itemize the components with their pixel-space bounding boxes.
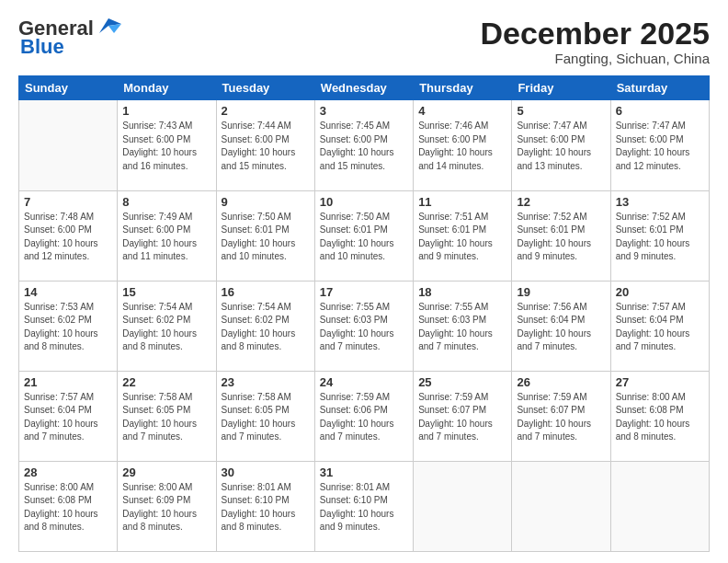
day-number: 15 [122,285,210,299]
day-info: Sunrise: 7:55 AMSunset: 6:03 PMDaylight:… [320,301,408,354]
day-number: 20 [616,285,704,299]
calendar-cell: 1Sunrise: 7:43 AMSunset: 6:00 PMDaylight… [118,100,216,190]
calendar-week-5: 28Sunrise: 8:00 AMSunset: 6:08 PMDayligh… [19,461,710,551]
day-number: 18 [418,285,506,299]
calendar-cell: 23Sunrise: 7:58 AMSunset: 6:05 PMDayligh… [216,371,314,461]
day-info: Sunrise: 7:47 AMSunset: 6:00 PMDaylight:… [517,120,605,173]
day-number: 14 [24,285,112,299]
calendar-cell: 29Sunrise: 8:00 AMSunset: 6:09 PMDayligh… [118,461,216,551]
day-number: 8 [122,195,210,209]
calendar-week-2: 7Sunrise: 7:48 AMSunset: 6:00 PMDaylight… [19,190,710,281]
day-info: Sunrise: 7:59 AMSunset: 6:06 PMDaylight:… [320,391,408,444]
day-number: 2 [222,104,310,118]
day-number: 10 [320,195,408,209]
day-number: 9 [222,195,310,209]
day-info: Sunrise: 7:57 AMSunset: 6:04 PMDaylight:… [616,301,704,354]
day-number: 26 [517,375,605,389]
day-info: Sunrise: 7:56 AMSunset: 6:04 PMDaylight:… [517,301,605,354]
calendar-cell: 10Sunrise: 7:50 AMSunset: 6:01 PMDayligh… [314,190,413,281]
calendar-cell: 2Sunrise: 7:44 AMSunset: 6:00 PMDaylight… [216,100,314,190]
calendar-cell: 26Sunrise: 7:59 AMSunset: 6:07 PMDayligh… [512,371,610,461]
calendar-cell: 19Sunrise: 7:56 AMSunset: 6:04 PMDayligh… [512,281,610,371]
day-number: 7 [24,195,112,209]
calendar-subtitle: Fangting, Sichuan, China [480,51,710,66]
day-info: Sunrise: 7:45 AMSunset: 6:00 PMDaylight:… [320,120,408,173]
day-info: Sunrise: 7:52 AMSunset: 6:01 PMDaylight:… [517,211,605,264]
calendar-cell: 12Sunrise: 7:52 AMSunset: 6:01 PMDayligh… [512,190,610,281]
column-header-monday: Monday [118,76,216,100]
day-number: 4 [418,104,506,118]
day-info: Sunrise: 8:01 AMSunset: 6:10 PMDaylight:… [222,481,310,534]
calendar-cell: 9Sunrise: 7:50 AMSunset: 6:01 PMDaylight… [216,190,314,281]
calendar-cell: 14Sunrise: 7:53 AMSunset: 6:02 PMDayligh… [19,281,118,371]
day-info: Sunrise: 7:51 AMSunset: 6:01 PMDaylight:… [418,211,506,264]
day-info: Sunrise: 7:59 AMSunset: 6:07 PMDaylight:… [418,391,506,444]
calendar-week-1: 1Sunrise: 7:43 AMSunset: 6:00 PMDaylight… [19,100,710,190]
calendar-cell [512,461,610,551]
day-info: Sunrise: 8:00 AMSunset: 6:08 PMDaylight:… [616,391,704,444]
day-info: Sunrise: 7:50 AMSunset: 6:01 PMDaylight:… [222,211,310,264]
calendar-cell: 22Sunrise: 7:58 AMSunset: 6:05 PMDayligh… [118,371,216,461]
calendar-cell: 24Sunrise: 7:59 AMSunset: 6:06 PMDayligh… [314,371,413,461]
day-info: Sunrise: 7:54 AMSunset: 6:02 PMDaylight:… [122,301,210,354]
calendar-cell: 25Sunrise: 7:59 AMSunset: 6:07 PMDayligh… [414,371,512,461]
column-header-thursday: Thursday [414,76,512,100]
day-number: 31 [320,465,408,479]
day-number: 23 [222,375,310,389]
day-info: Sunrise: 7:57 AMSunset: 6:04 PMDaylight:… [24,391,112,444]
column-header-wednesday: Wednesday [314,76,413,100]
calendar-cell: 18Sunrise: 7:55 AMSunset: 6:03 PMDayligh… [414,281,512,371]
calendar-cell: 21Sunrise: 7:57 AMSunset: 6:04 PMDayligh… [19,371,118,461]
column-header-tuesday: Tuesday [216,76,314,100]
logo: General Blue [18,17,121,59]
day-number: 12 [517,195,605,209]
day-number: 21 [24,375,112,389]
day-number: 29 [122,465,210,479]
day-info: Sunrise: 7:54 AMSunset: 6:02 PMDaylight:… [222,301,310,354]
day-number: 16 [222,285,310,299]
day-number: 25 [418,375,506,389]
calendar-cell: 15Sunrise: 7:54 AMSunset: 6:02 PMDayligh… [118,281,216,371]
calendar-week-3: 14Sunrise: 7:53 AMSunset: 6:02 PMDayligh… [19,281,710,371]
calendar-cell: 6Sunrise: 7:47 AMSunset: 6:00 PMDaylight… [610,100,709,190]
calendar-cell: 8Sunrise: 7:49 AMSunset: 6:00 PMDaylight… [118,190,216,281]
calendar-week-4: 21Sunrise: 7:57 AMSunset: 6:04 PMDayligh… [19,371,710,461]
calendar-cell: 30Sunrise: 8:01 AMSunset: 6:10 PMDayligh… [216,461,314,551]
day-info: Sunrise: 7:52 AMSunset: 6:01 PMDaylight:… [616,211,704,264]
calendar-title: December 2025 [480,17,710,51]
column-header-sunday: Sunday [19,76,118,100]
column-header-saturday: Saturday [610,76,709,100]
day-info: Sunrise: 7:50 AMSunset: 6:01 PMDaylight:… [320,211,408,264]
column-header-friday: Friday [512,76,610,100]
calendar-cell [414,461,512,551]
calendar-body: 1Sunrise: 7:43 AMSunset: 6:00 PMDaylight… [19,100,710,552]
calendar-cell: 4Sunrise: 7:46 AMSunset: 6:00 PMDaylight… [414,100,512,190]
day-number: 28 [24,465,112,479]
day-number: 1 [122,104,210,118]
day-info: Sunrise: 7:44 AMSunset: 6:00 PMDaylight:… [222,120,310,173]
title-block: December 2025 Fangting, Sichuan, China [480,17,710,66]
calendar-cell: 7Sunrise: 7:48 AMSunset: 6:00 PMDaylight… [19,190,118,281]
day-info: Sunrise: 7:55 AMSunset: 6:03 PMDaylight:… [418,301,506,354]
calendar-table: SundayMondayTuesdayWednesdayThursdayFrid… [18,75,710,552]
day-info: Sunrise: 7:58 AMSunset: 6:05 PMDaylight:… [222,391,310,444]
calendar-cell: 5Sunrise: 7:47 AMSunset: 6:00 PMDaylight… [512,100,610,190]
day-info: Sunrise: 7:59 AMSunset: 6:07 PMDaylight:… [517,391,605,444]
calendar-cell: 17Sunrise: 7:55 AMSunset: 6:03 PMDayligh… [314,281,413,371]
day-number: 19 [517,285,605,299]
calendar-cell: 13Sunrise: 7:52 AMSunset: 6:01 PMDayligh… [610,190,709,281]
page: General Blue December 2025 Fangting, Sic… [0,0,728,563]
calendar-cell: 31Sunrise: 8:01 AMSunset: 6:10 PMDayligh… [314,461,413,551]
day-number: 5 [517,104,605,118]
day-info: Sunrise: 7:47 AMSunset: 6:00 PMDaylight:… [616,120,704,173]
calendar-cell [610,461,709,551]
day-info: Sunrise: 7:46 AMSunset: 6:00 PMDaylight:… [418,120,506,173]
day-number: 24 [320,375,408,389]
day-info: Sunrise: 7:43 AMSunset: 6:00 PMDaylight:… [122,120,210,173]
calendar-cell: 27Sunrise: 8:00 AMSunset: 6:08 PMDayligh… [610,371,709,461]
calendar-cell: 16Sunrise: 7:54 AMSunset: 6:02 PMDayligh… [216,281,314,371]
day-number: 6 [616,104,704,118]
day-number: 11 [418,195,506,209]
calendar-header-row: SundayMondayTuesdayWednesdayThursdayFrid… [19,76,710,100]
day-info: Sunrise: 7:58 AMSunset: 6:05 PMDaylight:… [122,391,210,444]
